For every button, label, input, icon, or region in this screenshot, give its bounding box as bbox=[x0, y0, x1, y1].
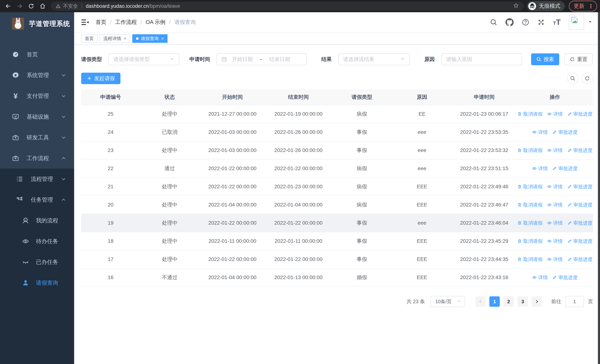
page-button-3[interactable]: 3 bbox=[517, 296, 528, 307]
table-row[interactable]: 19 处理中 2022-01-22 00:00:00 2022-01-22 00… bbox=[81, 214, 593, 232]
detail-link[interactable]: 详情 bbox=[547, 147, 563, 154]
close-icon[interactable]: × bbox=[124, 36, 126, 41]
progress-link[interactable]: 审批进度 bbox=[567, 256, 593, 263]
result-select[interactable]: 请选择流结果 bbox=[338, 53, 410, 65]
create-leave-button[interactable]: 发起请假 bbox=[81, 73, 121, 84]
table-row[interactable]: 24 已取消 2022-01-03 00:00:00 2022-01-26 00… bbox=[81, 123, 593, 141]
cancel-leave-link[interactable]: 取消请假 bbox=[517, 111, 543, 117]
detail-link[interactable]: 详情 bbox=[547, 238, 563, 244]
page-unit-label: 页 bbox=[588, 298, 593, 305]
cancel-leave-link[interactable]: 取消请假 bbox=[517, 220, 543, 226]
toggle-search-button[interactable] bbox=[567, 73, 579, 84]
progress-link[interactable]: 审批进度 bbox=[552, 129, 578, 135]
table-row[interactable]: 23 处理中 2022-01-03 00:00:00 2022-01-26 00… bbox=[81, 141, 593, 159]
detail-link[interactable]: 详情 bbox=[547, 256, 563, 263]
goto-page-input[interactable] bbox=[565, 296, 584, 307]
progress-link[interactable]: 审批进度 bbox=[567, 202, 593, 208]
sidebar-item-home[interactable]: 首页 bbox=[0, 44, 74, 65]
font-size-icon[interactable]: TT bbox=[553, 18, 561, 27]
detail-link[interactable]: 详情 bbox=[532, 165, 548, 172]
avatar[interactable] bbox=[569, 15, 584, 30]
table-row[interactable]: 18 处理中 2022-01-11 00:00:00 2022-01-11 00… bbox=[81, 232, 593, 250]
chevron-down-icon bbox=[61, 93, 66, 99]
chevron-down-icon bbox=[170, 56, 175, 63]
help-icon[interactable] bbox=[522, 19, 529, 26]
breadcrumb-item[interactable]: OA 示例 bbox=[146, 19, 165, 26]
cancel-leave-link[interactable]: 取消请假 bbox=[517, 147, 543, 154]
reset-button[interactable]: 重置 bbox=[564, 53, 593, 65]
github-icon[interactable] bbox=[506, 18, 514, 26]
progress-link[interactable]: 审批进度 bbox=[552, 165, 578, 172]
cell-apply-time: 2022-01-22 23:45:29 bbox=[452, 232, 517, 250]
bookmark-star-icon[interactable] bbox=[513, 3, 519, 10]
table-row[interactable]: 16 不通过 2022-01-04 00:00:00 2022-01-13 00… bbox=[81, 268, 593, 287]
fullscreen-icon[interactable] bbox=[537, 19, 545, 26]
avatar-caret-down-icon[interactable] bbox=[588, 19, 593, 25]
sidebar-item-my-process[interactable]: 我的流程 bbox=[0, 210, 74, 231]
chevron-down-icon bbox=[61, 114, 66, 120]
page-button-2[interactable]: 2 bbox=[504, 296, 514, 307]
sidebar-item-label: 已办任务 bbox=[36, 258, 58, 266]
select-placeholder: 请选择流结果 bbox=[343, 56, 374, 63]
breadcrumb-item[interactable]: 首页 bbox=[96, 19, 106, 26]
progress-link[interactable]: 审批进度 bbox=[567, 184, 593, 190]
sidebar-collapse-button[interactable] bbox=[81, 19, 89, 26]
tab-process-detail[interactable]: 流程详情 × bbox=[100, 34, 130, 43]
browser-forward-button[interactable] bbox=[14, 1, 25, 11]
progress-link[interactable]: 审批进度 bbox=[552, 274, 578, 281]
browser-menu-icon[interactable]: ⋮ bbox=[588, 3, 594, 9]
col-header-apply: 申请时间 bbox=[452, 89, 517, 105]
detail-link[interactable]: 详情 bbox=[547, 184, 563, 190]
prev-page-button[interactable] bbox=[475, 296, 486, 307]
address-bar[interactable]: 不安全 dashboard.yudao.iocoder.cn/bpm/oa/le… bbox=[51, 2, 524, 10]
table-row[interactable]: 17 处理中 2022-01-22 00:00:00 2022-01-22 00… bbox=[81, 250, 593, 268]
sidebar-item-infra[interactable]: 基础设施 bbox=[0, 106, 74, 127]
col-header-start: 开始时间 bbox=[199, 89, 265, 105]
cancel-leave-link[interactable]: 取消请假 bbox=[517, 184, 543, 190]
sidebar-item-process-mgmt[interactable]: 流程管理 bbox=[0, 169, 74, 189]
sidebar-item-workflow[interactable]: 工作流程 bbox=[0, 148, 74, 169]
refresh-table-button[interactable] bbox=[581, 73, 593, 84]
detail-link[interactable]: 详情 bbox=[532, 274, 548, 281]
cancel-leave-link[interactable]: 取消请假 bbox=[517, 202, 543, 208]
detail-link[interactable]: 详情 bbox=[547, 111, 563, 117]
table-row[interactable]: 25 处理中 2021-12-27 00:00:00 2022-01-19 00… bbox=[81, 105, 593, 123]
progress-link[interactable]: 审批进度 bbox=[567, 147, 593, 154]
window-scrollbar[interactable] bbox=[598, 12, 600, 364]
tab-home[interactable]: 首页 bbox=[81, 34, 97, 43]
sidebar-item-system[interactable]: 系统管理 bbox=[0, 65, 74, 86]
leave-type-select[interactable]: 请选择请假类型 bbox=[109, 53, 179, 65]
page-size-select[interactable]: 10条/页 bbox=[431, 296, 465, 307]
progress-link[interactable]: 审批进度 bbox=[567, 238, 593, 244]
search-button[interactable]: 搜索 bbox=[531, 53, 559, 65]
sidebar-item-todo-tasks[interactable]: 待办任务 bbox=[0, 231, 74, 252]
next-page-button[interactable] bbox=[532, 296, 542, 307]
cancel-leave-link[interactable]: 取消请假 bbox=[517, 256, 543, 263]
tab-leave-query[interactable]: 请假查询 × bbox=[132, 34, 168, 43]
cancel-leave-link[interactable]: 取消请假 bbox=[517, 238, 543, 244]
browser-update-button[interactable]: 更新 ⋮ bbox=[569, 1, 597, 11]
progress-link[interactable]: 审批进度 bbox=[567, 220, 593, 226]
detail-link[interactable]: 详情 bbox=[547, 202, 563, 208]
pen-icon bbox=[567, 239, 572, 243]
sidebar-item-leave-query[interactable]: 请假查询 bbox=[0, 272, 74, 293]
reason-input[interactable] bbox=[446, 56, 517, 62]
close-icon[interactable]: × bbox=[161, 36, 164, 41]
browser-reload-button[interactable] bbox=[26, 1, 36, 11]
browser-back-button[interactable] bbox=[3, 1, 13, 11]
breadcrumb-item[interactable]: 工作流程 bbox=[115, 19, 137, 26]
search-icon[interactable] bbox=[490, 19, 497, 26]
table-row[interactable]: 21 处理中 2022-01-22 00:00:00 2022-01-23 00… bbox=[81, 177, 593, 196]
table-row[interactable]: 22 通过 2022-01-22 00:00:00 2022-01-22 00:… bbox=[81, 159, 593, 177]
sidebar-item-done-tasks[interactable]: 已办任务 bbox=[0, 252, 74, 272]
sidebar-item-task-mgmt[interactable]: 任务管理 bbox=[0, 189, 74, 210]
progress-link[interactable]: 审批进度 bbox=[567, 111, 593, 117]
apply-time-range-picker[interactable]: 开始日期 - 结束日期 bbox=[216, 53, 307, 65]
detail-link[interactable]: 详情 bbox=[532, 129, 548, 135]
sidebar-item-payment[interactable]: ¥ 支付管理 bbox=[0, 86, 74, 106]
detail-link[interactable]: 详情 bbox=[547, 220, 563, 226]
table-row[interactable]: 20 处理中 2022-01-04 00:00:00 2022-01-04 00… bbox=[81, 196, 593, 214]
page-button-1[interactable]: 1 bbox=[489, 296, 500, 307]
sidebar-item-devtools[interactable]: 研发工具 bbox=[0, 127, 74, 148]
browser-home-button[interactable] bbox=[38, 1, 48, 11]
